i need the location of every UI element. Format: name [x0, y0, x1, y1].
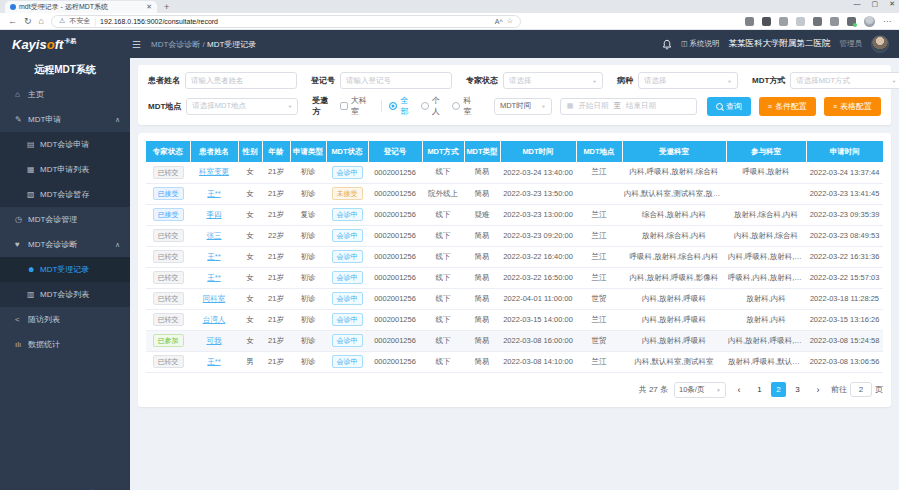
- read-aloud-icon[interactable]: A^: [495, 18, 503, 25]
- sidebar-item[interactable]: <随访列表: [0, 307, 130, 332]
- expert-status-select[interactable]: 请选择▼: [503, 72, 603, 89]
- patient-name-link[interactable]: 王**: [207, 273, 220, 282]
- table-cell: 线下: [422, 225, 464, 246]
- table-cell: 会诊中: [326, 246, 368, 267]
- time-field-select[interactable]: MDT时间▼: [494, 98, 552, 115]
- patient-name-link[interactable]: 王**: [207, 357, 220, 366]
- chevron-down-icon: ▼: [287, 104, 292, 109]
- mdt-place-select[interactable]: 请选择MDT地点▼: [186, 98, 298, 115]
- table-row: 已转交王**女21岁初诊会诊中0002001256线下简易2022-03-22 …: [146, 267, 883, 288]
- goto-page-input[interactable]: [850, 382, 872, 397]
- patient-name-link[interactable]: 科室变更: [199, 167, 229, 176]
- page-size-select[interactable]: 10条/页▼: [674, 382, 726, 398]
- system-help-link[interactable]: ◫系统说明: [681, 39, 720, 49]
- search-button[interactable]: 查询: [707, 97, 751, 116]
- extension-icon[interactable]: [830, 17, 839, 26]
- patient-name-link[interactable]: 王**: [207, 252, 220, 261]
- extension-icon[interactable]: [796, 17, 805, 26]
- status-badge: 已接受: [153, 208, 184, 221]
- table-cell: 线下: [422, 309, 464, 330]
- browser-tab[interactable]: mdt受理记录 - 远程MDT系统 ✕: [5, 1, 157, 13]
- page-number-button[interactable]: 3: [790, 382, 805, 397]
- extension-icon[interactable]: [762, 17, 771, 26]
- close-button[interactable]: ✕: [889, 0, 895, 8]
- sidebar-item[interactable]: ◷MDT会诊管理: [0, 207, 130, 232]
- table-cell: 初诊: [290, 288, 326, 309]
- table-cell: 内科,呼吸科,放射科,综合科: [726, 246, 806, 267]
- column-header: MDT状态: [326, 141, 368, 162]
- bell-icon[interactable]: [662, 39, 672, 50]
- home-icon[interactable]: ⌂: [39, 14, 44, 29]
- date-range-picker[interactable]: ▦ 开始日期 至 结束日期: [560, 98, 697, 115]
- back-icon[interactable]: ←: [8, 14, 17, 29]
- url-text: 192.168.0.156:9002/consultate/record: [100, 18, 491, 25]
- prev-page-button[interactable]: ‹: [732, 385, 746, 395]
- column-header: 登记号: [368, 141, 422, 162]
- patient-name-link[interactable]: 台湾人: [203, 315, 226, 324]
- table-config-button[interactable]: ≡表格配置: [824, 97, 881, 116]
- table-cell: 内科,呼吸科,放射科,综合科: [622, 162, 726, 183]
- table-cell: 内科,放射科,呼吸科: [622, 309, 726, 330]
- browser-menu-icon[interactable]: ⋯: [883, 17, 891, 26]
- condition-config-button[interactable]: ≡条件配置: [759, 97, 816, 116]
- patient-name-link[interactable]: 张三: [207, 231, 222, 240]
- sidebar-subitem[interactable]: ☻MDT受理记录: [0, 257, 130, 282]
- column-header: 性别: [238, 141, 262, 162]
- extension-icon[interactable]: [813, 17, 822, 26]
- tab-close-icon[interactable]: ✕: [146, 3, 152, 11]
- invitee-radio[interactable]: 科室: [452, 95, 476, 117]
- table-row: 已转交张三女22岁初诊会诊中0002001256线下简易2022-03-23 0…: [146, 225, 883, 246]
- reg-no-input[interactable]: [340, 72, 452, 89]
- patient-name-link[interactable]: 可我: [207, 336, 222, 345]
- patient-name-link[interactable]: 李四: [207, 210, 222, 219]
- extension-icon[interactable]: [847, 17, 856, 26]
- extension-icon[interactable]: [779, 17, 788, 26]
- table-cell: 王**: [190, 183, 238, 204]
- new-tab-button[interactable]: +: [164, 2, 169, 13]
- sidebar: 远程MDT系统 ⌂主页✎MDT申请∧▤MDT会诊申请▦MDT申请列表▧MDT会诊…: [0, 58, 130, 490]
- invitee-radio[interactable]: 全部: [389, 95, 413, 117]
- next-page-button[interactable]: ›: [811, 385, 825, 395]
- minimize-button[interactable]: —: [854, 0, 861, 8]
- table-cell: 疑难: [464, 204, 500, 225]
- extension-icon[interactable]: [745, 17, 754, 26]
- disease-select[interactable]: 请选择▼: [638, 72, 738, 89]
- browser-profile-icon[interactable]: [864, 16, 875, 27]
- table-cell: 会诊中: [326, 309, 368, 330]
- patient-name-link[interactable]: 王**: [207, 189, 220, 198]
- table-cell: 内科,放射科,呼吸科: [622, 330, 726, 351]
- page-number-button[interactable]: 1: [752, 382, 767, 397]
- sidebar-item[interactable]: ⌂主页: [0, 82, 130, 107]
- browser-tabstrip: mdt受理记录 - 远程MDT系统 ✕ + — ▢ ✕: [0, 0, 899, 13]
- favorite-star-icon[interactable]: ☆: [507, 17, 513, 25]
- big-dept-checkbox[interactable]: [340, 102, 348, 110]
- sidebar-subitem[interactable]: ▥MDT会诊列表: [0, 282, 130, 307]
- sidebar-item[interactable]: ♥MDT会诊诊断∧: [0, 232, 130, 257]
- mdt-mode-select[interactable]: 请选择MDT方式▼: [790, 72, 899, 89]
- sidebar-item[interactable]: ✎MDT申请∧: [0, 107, 130, 132]
- maximize-button[interactable]: ▢: [872, 0, 879, 8]
- table-cell: 男: [238, 351, 262, 372]
- sidebar-subitem[interactable]: ▦MDT申请列表: [0, 157, 130, 182]
- table-cell: 2022-03-22 15:57:03: [806, 267, 883, 288]
- sidebar-subitem[interactable]: ▤MDT会诊申请: [0, 132, 130, 157]
- user-avatar[interactable]: [871, 35, 889, 53]
- status-badge: 已转交: [153, 355, 184, 368]
- sidebar-collapse-icon[interactable]: ☰: [132, 39, 141, 50]
- address-bar[interactable]: ⚠ 不安全 | 192.168.0.156:9002/consultate/re…: [51, 15, 521, 28]
- sidebar-item[interactable]: ılı数据统计: [0, 332, 130, 357]
- sidebar-subitem[interactable]: ▧MDT会诊暂存: [0, 182, 130, 207]
- patient-name-link[interactable]: 同科室: [203, 294, 226, 303]
- patient-name-input[interactable]: [185, 72, 297, 89]
- goto-page: 前往页: [831, 382, 883, 397]
- table-cell: 0002001256: [368, 267, 422, 288]
- clock-icon: ◷: [15, 215, 28, 224]
- table-cell: 内科,放射科,呼吸科: [622, 288, 726, 309]
- invitee-radio[interactable]: 个人: [421, 95, 445, 117]
- table-cell: 线下: [422, 267, 464, 288]
- table-cell: 内科,放射科,呼吸科,测试科室: [726, 330, 806, 351]
- page-number-button[interactable]: 2: [771, 382, 786, 397]
- table-cell: 21岁: [262, 162, 290, 183]
- reload-icon[interactable]: ↻: [24, 14, 32, 29]
- table-cell: 22岁: [262, 225, 290, 246]
